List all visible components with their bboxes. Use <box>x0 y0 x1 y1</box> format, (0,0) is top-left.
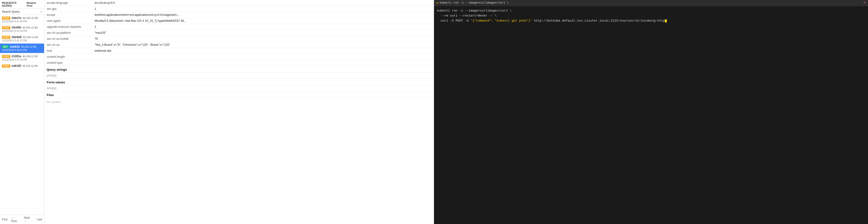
req-ip: 46.204.12.80 <box>23 17 38 20</box>
terminal-arrow-icon: ▲ <box>436 1 438 5</box>
left-panel: REQUESTS (41/500) Newest First × POST #d… <box>0 0 44 224</box>
method-badge: POST <box>2 17 10 20</box>
header-value: en-US,en;q=0.5 <box>92 0 434 6</box>
request-item[interactable]: POST #1391a 46.204.12.80 12/22/2023 9:37… <box>0 53 44 63</box>
method-badge: POST <box>2 64 10 68</box>
req-time: 12/22/2023 9:37:39 PM <box>2 59 42 61</box>
method-badge: POST <box>2 26 10 29</box>
header-key: accept <box>44 12 92 18</box>
request-item[interactable]: POST #a6105 46.204.12.80 <box>0 63 44 70</box>
header-key: content-length <box>44 54 92 60</box>
section-no-content: No content <box>44 98 434 106</box>
request-list: POST #dee7e 46.204.12.80 12/22/2023 9:41… <box>0 15 44 215</box>
req-ip: 46.204.12.80 <box>22 64 38 67</box>
table-row: content-type <box>44 60 434 66</box>
terminal-body[interactable]: kubectl run -i --image=curlimages/curl \… <box>434 6 868 224</box>
header-value: text/html,application/xhtml+xml,applicat… <box>92 12 434 18</box>
req-ip: 46.204.12.80 <box>22 55 38 58</box>
table-row: upgrade-insecure-requests 1 <box>44 24 434 30</box>
table-row: sec-gpc 1 <box>44 6 434 12</box>
terminal-title: ▲ kubectl run -i --image=curlimages/curl… <box>436 1 508 5</box>
terminal-line: kubectl run -i --image=curlimages/curl \ <box>437 8 865 13</box>
table-row: sec-ch-ua-platform "macOS" <box>44 30 434 36</box>
header-key: upgrade-insecure-requests <box>44 24 92 30</box>
table-row: sec-ch-ua "Not_A Brand";v="8", "Chromium… <box>44 42 434 48</box>
pagination-prev[interactable]: ← Prev <box>11 216 20 223</box>
req-id: #dee7e <box>11 16 21 20</box>
pagination-next[interactable]: Next → <box>24 216 33 223</box>
section-header: Files <box>44 91 434 98</box>
request-item[interactable]: POST #dee7e 46.204.12.80 12/22/2023 9:41… <box>0 15 44 25</box>
header-value <box>92 54 434 60</box>
header-key: sec-ch-ua-platform <box>44 30 92 36</box>
req-id: #ae63d <box>10 45 20 49</box>
req-id: #6d4d9 <box>11 35 21 39</box>
header-key: content-type <box>44 60 92 66</box>
req-id: #5c855 <box>11 26 21 29</box>
request-item[interactable]: GET #ae63d 46.204.12.80 12/22/2023 9:38:… <box>0 43 44 53</box>
req-time: 12/22/2023 9:38:14 PM <box>2 49 42 52</box>
table-row: user-agent Mozilla/5.0 (Macintosh; Intel… <box>44 18 434 24</box>
header-value: "macOS" <box>92 30 434 36</box>
header-value: webhook.site <box>92 48 434 54</box>
header-key: sec-gpc <box>44 6 92 12</box>
requests-title: REQUESTS (41/500) <box>2 1 27 7</box>
section-header: Query strings <box>44 66 434 73</box>
req-id: #a6105 <box>11 64 21 68</box>
header-value: 1 <box>92 6 434 12</box>
terminal-line: --rm curl --restart=Never -- \ <box>437 13 865 19</box>
terminal-line: curl -X POST -d '{"command": "kubectl ge… <box>437 19 865 24</box>
header-value: Mozilla/5.0 (Macintosh; Intel Mac OS X 1… <box>92 18 434 24</box>
request-item[interactable]: POST #6d4d9 46.204.12.80 12/22/2023 9:41… <box>0 34 44 43</box>
method-badge: GET <box>2 45 9 49</box>
header-key: host <box>44 48 92 54</box>
section-empty: (empty) <box>44 73 434 78</box>
table-row: content-length <box>44 54 434 60</box>
section-header: Form values <box>44 78 434 85</box>
section-empty: (empty) <box>44 85 434 91</box>
req-ip: 46.204.12.80 <box>23 36 38 39</box>
table-row: accept-language en-US,en;q=0.5 <box>44 0 434 6</box>
header-value <box>92 60 434 66</box>
terminal-close-icon[interactable]: × <box>863 1 866 5</box>
header-value: 1 <box>92 24 434 30</box>
req-ip: 46.204.12.80 <box>21 45 36 48</box>
table-row: accept text/html,application/xhtml+xml,a… <box>44 12 434 18</box>
table-row: sec-ch-ua-mobile ?0 <box>44 36 434 42</box>
method-badge: POST <box>2 36 10 39</box>
req-time: 12/22/2023 9:41:39 PM <box>2 20 42 23</box>
sort-label[interactable]: Newest First <box>27 1 42 7</box>
req-id: #1391a <box>11 55 21 58</box>
req-time: 12/22/2023 9:41:39 PM <box>2 30 42 32</box>
middle-panel: accept-language en-US,en;q=0.5 sec-gpc 1… <box>44 0 434 224</box>
header-key: sec-ch-ua-mobile <box>44 36 92 42</box>
req-time: 12/22/2023 9:41:37 PM <box>2 39 42 42</box>
terminal-header: ▲ kubectl run -i --image=curlimages/curl… <box>434 0 868 6</box>
req-ip: 46.204.12.80 <box>22 26 38 29</box>
terminal-title-text: kubectl run -i --image=curlimages/curl \ <box>439 1 508 5</box>
header-value: ?0 <box>92 36 434 42</box>
table-row: host webhook.site <box>44 48 434 54</box>
header-value: "Not_A Brand";v="8", "Chromium";v="120",… <box>92 42 434 48</box>
terminal-panel: ▲ kubectl run -i --image=curlimages/curl… <box>434 0 868 224</box>
clear-search-icon[interactable]: × <box>40 10 42 13</box>
search-input[interactable] <box>2 10 40 13</box>
headers-table: accept-language en-US,en;q=0.5 sec-gpc 1… <box>44 0 434 66</box>
requests-header: REQUESTS (41/500) Newest First <box>0 0 44 9</box>
pagination: First · ← Prev · Next → · Last <box>0 215 44 224</box>
pagination-last[interactable]: Last <box>37 218 42 221</box>
method-badge: POST <box>2 55 10 58</box>
request-item[interactable]: POST #5c855 46.204.12.80 12/22/2023 9:41… <box>0 25 44 34</box>
header-key: accept-language <box>44 0 92 6</box>
header-key: user-agent <box>44 18 92 24</box>
search-bar: × <box>0 9 44 15</box>
pagination-first[interactable]: First <box>2 218 7 221</box>
header-key: sec-ch-ua <box>44 42 92 48</box>
